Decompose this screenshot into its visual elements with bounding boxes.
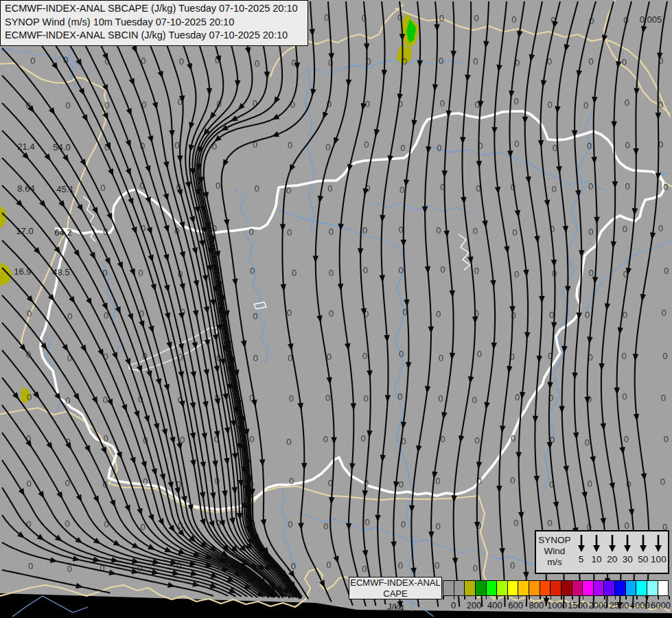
zero-label: 0: [67, 564, 72, 574]
zero-label: 0: [323, 434, 328, 444]
zero-label: 0: [65, 518, 70, 529]
zero-label: 0: [362, 351, 367, 361]
cape-tick-label: 4000: [630, 600, 650, 610]
zero-label: 0: [363, 265, 368, 275]
cape-color-cell: [626, 581, 637, 595]
zero-label: 0: [365, 99, 370, 109]
zero-label: 0: [325, 393, 330, 403]
zero-label: 0: [289, 476, 294, 486]
zero-label: 0: [399, 479, 404, 490]
map-background: [0, 0, 672, 613]
zero-label: 0: [587, 141, 592, 151]
zero-label: 0: [553, 143, 557, 153]
zero-label: 0: [291, 561, 296, 571]
cape-color-cell: [529, 581, 540, 595]
down-arrow-icon: [638, 534, 648, 553]
synop-speed-label: 10: [592, 554, 602, 564]
map-canvas: 0000000000000000000000000000000000000000…: [0, 0, 672, 618]
zero-label: 0: [65, 100, 70, 111]
zero-label: 0: [588, 181, 593, 192]
zero-label: 0: [625, 181, 629, 192]
zero-label: 0: [621, 351, 626, 361]
zero-label: 0: [474, 435, 479, 446]
cape-tick-labels: 0200400600800100015002000250040006000: [443, 600, 672, 611]
zero-label: 0: [143, 477, 148, 487]
cape-color-cell: [604, 581, 615, 595]
synop-title-line1: SYNOP: [536, 535, 573, 546]
zero-label: 0: [437, 143, 441, 153]
cape-color-cell: [551, 581, 561, 595]
zero-label: 0: [292, 268, 297, 278]
synop-speed-label: 50: [638, 554, 648, 564]
cape-tick-label: 1500: [568, 600, 588, 610]
cape-color-cell: [572, 581, 583, 595]
zero-label: 0: [364, 393, 369, 404]
cape-tick: [593, 596, 594, 599]
zero-label: 0: [27, 392, 32, 402]
zero-label: 0: [286, 185, 291, 196]
zero-label: 0: [362, 564, 367, 574]
cape-tick-label: 0: [451, 600, 456, 610]
cape-tick: [604, 596, 605, 599]
title-box: ECMWF-INDEX-ANAL SBCAPE (J/kg) Tuesday 0…: [0, 0, 308, 46]
zero-label: 0: [179, 56, 184, 67]
zero-label: 0: [439, 56, 443, 66]
zero-label: 0: [287, 308, 292, 318]
zero-label: 0: [662, 351, 667, 361]
synop-arrow-item: 100: [651, 534, 666, 571]
synop-arrow-item: 50: [636, 534, 651, 571]
zero-label: 0: [174, 140, 179, 150]
cape-color-cell: [658, 581, 669, 595]
cape-tick: [647, 596, 649, 599]
zero-label: 0: [329, 268, 334, 278]
title-line-sbcape: ECMWF-INDEX-ANAL SBCAPE (J/kg) Tuesday 0…: [5, 2, 303, 16]
down-arrow-icon: [577, 534, 586, 553]
synop-arrow-item: 5: [574, 534, 589, 571]
down-arrow-icon: [607, 534, 617, 553]
cape-color-cell: [583, 581, 594, 595]
zero-label: 0: [547, 518, 552, 528]
cape-color-cell: [508, 581, 519, 595]
zero-label: 0: [660, 477, 665, 487]
cape-tick-label: 1000: [547, 600, 567, 610]
zero-label: 0: [513, 518, 518, 528]
cape-tick: [454, 596, 455, 599]
zero-label: 0: [65, 478, 69, 488]
cape-tick-label: 2000: [588, 600, 608, 610]
zero-label: 0: [513, 96, 518, 106]
zero-label: 0: [625, 98, 629, 108]
zero-label: 0: [588, 56, 593, 67]
zero-label: 0: [663, 182, 668, 192]
cape-color-cell: [636, 581, 647, 595]
zero-label: 0: [661, 393, 666, 403]
zero-label: 0: [588, 227, 593, 237]
synop-arrow-item: 10: [589, 534, 604, 571]
zero-label: 0: [364, 139, 369, 150]
cape-tick: [464, 596, 465, 599]
synop-speed-label: 5: [579, 554, 584, 564]
cape-tick: [475, 596, 476, 599]
synop-arrow-scale: 510203050100: [573, 531, 668, 573]
value-label: 0.005: [640, 14, 662, 25]
cape-tick: [518, 596, 520, 599]
zero-label: 0: [473, 563, 478, 573]
cape-tick-label: 6000: [651, 600, 671, 610]
cape-color-bar: [443, 580, 669, 596]
zero-label: 0: [250, 266, 255, 276]
zero-label: 0: [365, 517, 370, 527]
zero-label: 0: [548, 100, 553, 110]
zero-label: 0: [624, 520, 629, 531]
cape-color-cell: [487, 581, 498, 595]
zero-label: 0: [662, 308, 667, 318]
synop-wind-legend: SYNOP Wind m/s 510203050100: [535, 530, 669, 574]
cape-color-cell: [647, 581, 658, 595]
zero-label: 0: [138, 268, 143, 278]
zero-label: 0: [658, 223, 663, 233]
value-label: 8.64: [17, 183, 34, 194]
synop-title-line2: Wind: [536, 546, 573, 557]
zero-label: 0: [329, 308, 334, 319]
cape-tick: [625, 596, 627, 599]
zero-label: 0: [440, 98, 445, 108]
zero-label: 0: [549, 310, 554, 320]
synop-legend-title: SYNOP Wind m/s: [536, 531, 573, 573]
